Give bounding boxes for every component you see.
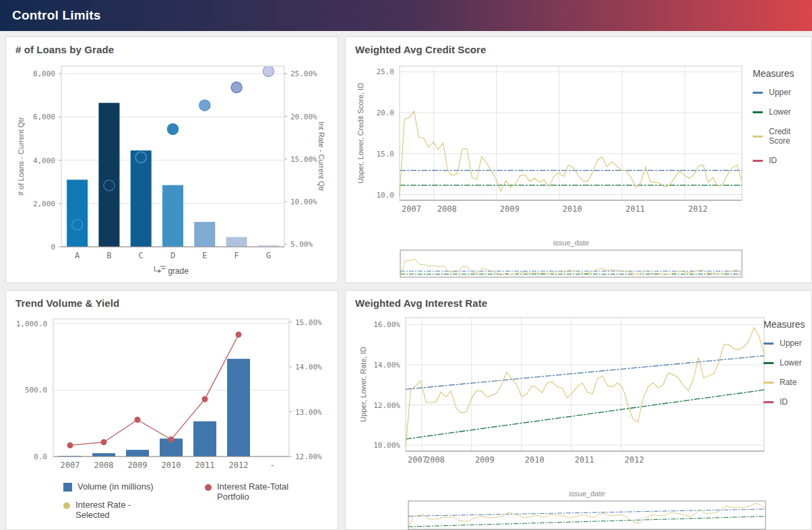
label: 13.00% bbox=[295, 408, 322, 417]
label: 2010 bbox=[162, 461, 181, 470]
legend-item-interest-rate-total[interactable]: Interest Rate-Total Portfolio bbox=[205, 482, 299, 502]
label: 12.00% bbox=[295, 452, 322, 461]
label: grade bbox=[168, 266, 189, 276]
legend-item-id[interactable]: ID bbox=[753, 156, 811, 165]
label: 16.00% bbox=[373, 320, 400, 329]
plot-border bbox=[400, 66, 742, 200]
label: 2011 bbox=[195, 461, 215, 470]
header-bar: Control Limits bbox=[0, 0, 812, 31]
line-point-2010[interactable] bbox=[168, 436, 175, 442]
legend-label: Lower bbox=[769, 107, 791, 117]
label: 0 bbox=[51, 243, 55, 252]
bar-2012[interactable] bbox=[227, 359, 250, 457]
label: 2009 bbox=[475, 455, 495, 465]
legend-label: Volume (in millions) bbox=[77, 482, 154, 492]
dot-grade-E[interactable] bbox=[199, 100, 210, 111]
line-point-2011[interactable] bbox=[202, 396, 208, 402]
legend-item-upper[interactable]: Upper bbox=[763, 338, 805, 348]
range-navigator[interactable] bbox=[400, 250, 742, 277]
series-rate-line bbox=[406, 328, 764, 446]
loans-by-grade-chart[interactable]: 02,0004,0006,0008,0005.00%10.00%15.00%20… bbox=[6, 37, 339, 284]
plot-border bbox=[53, 319, 289, 457]
panel-loans-by-grade: # of Loans by Grade 02,0004,0006,0008,00… bbox=[5, 36, 338, 283]
label: 2008 bbox=[437, 204, 457, 214]
label: A bbox=[75, 251, 80, 260]
line-point-2008[interactable] bbox=[101, 439, 107, 445]
bar-grade-B[interactable] bbox=[98, 103, 119, 247]
legend-label: Rate bbox=[780, 378, 797, 387]
bar-grade-D[interactable] bbox=[162, 185, 183, 247]
label: 4,000 bbox=[33, 156, 55, 165]
label: 2012 bbox=[688, 204, 708, 214]
bar-grade-E[interactable] bbox=[194, 222, 215, 247]
label: E bbox=[202, 251, 207, 260]
interest-rate-chart[interactable]: 10.00%12.00%14.00%16.00%2008200920102011… bbox=[346, 291, 812, 530]
line-point-2009[interactable] bbox=[135, 417, 141, 423]
line-point-2012[interactable] bbox=[236, 332, 242, 338]
legend-item-lower[interactable]: Lower bbox=[763, 358, 805, 367]
credit-score-chart[interactable]: 10.015.020.025.0200820092010201120122007… bbox=[346, 37, 812, 284]
label: issue_date bbox=[569, 490, 604, 498]
label: 2008 bbox=[425, 455, 445, 465]
id-swatch-icon bbox=[753, 160, 763, 162]
legend-measures-rate: Measures Upper Lower Rate ID bbox=[763, 319, 805, 417]
panel-interest-rate: Weighted Avg Interest Rate 10.00%12.00%1… bbox=[345, 290, 812, 530]
bar-2008[interactable] bbox=[92, 453, 115, 457]
label: Int Rate - Current Qtr bbox=[317, 121, 325, 192]
label: 14.00% bbox=[373, 361, 400, 370]
upper-swatch-icon bbox=[753, 92, 763, 94]
line-point-2007[interactable] bbox=[67, 442, 73, 448]
lower-swatch-icon bbox=[753, 111, 763, 113]
dot-grade-G[interactable] bbox=[263, 66, 274, 77]
label: 5.00% bbox=[290, 240, 313, 249]
legend-item-lower[interactable]: Lower bbox=[753, 107, 811, 117]
legend-label: Upper bbox=[769, 88, 791, 97]
series-lower-line bbox=[406, 390, 764, 439]
volume-swatch-icon bbox=[63, 483, 72, 492]
bar-2009[interactable] bbox=[126, 450, 149, 457]
drill-down-icon[interactable] bbox=[155, 266, 166, 273]
legend-item-upper[interactable]: Upper bbox=[753, 88, 811, 97]
legend-item-rate[interactable]: Rate bbox=[763, 378, 805, 387]
label: 500.0 bbox=[25, 386, 47, 394]
label: D bbox=[170, 251, 175, 260]
label: 2007 bbox=[402, 204, 421, 214]
label: 2008 bbox=[94, 461, 114, 470]
label: 25.0 bbox=[377, 67, 395, 76]
label: issue_date bbox=[553, 239, 589, 247]
legend-title: Measures bbox=[763, 319, 805, 330]
legend-title: Measures bbox=[753, 68, 811, 79]
legend-item-interest-rate-selected[interactable]: Interest Rate - Selected bbox=[63, 500, 144, 521]
label: 8,000 bbox=[33, 69, 55, 78]
label: 2009 bbox=[500, 204, 520, 214]
legend-label: Lower bbox=[780, 358, 802, 367]
credit-score-swatch-icon bbox=[753, 136, 763, 138]
legend-item-volume[interactable]: Volume (in millions) bbox=[63, 482, 195, 492]
label: 1,000.0 bbox=[16, 320, 47, 328]
label: 15.00% bbox=[290, 155, 317, 164]
label: 2010 bbox=[525, 455, 544, 465]
dot-grade-F[interactable] bbox=[231, 82, 242, 93]
label: 2,000 bbox=[33, 200, 55, 208]
label: Upper, Lower, Rate, ID bbox=[359, 347, 367, 421]
bar-grade-C[interactable] bbox=[131, 150, 152, 247]
label: 15.0 bbox=[377, 150, 395, 158]
label: 10.0 bbox=[377, 191, 395, 200]
label: B bbox=[106, 251, 111, 260]
legend-item-id[interactable]: ID bbox=[763, 397, 805, 407]
legend-label: Upper bbox=[780, 338, 802, 348]
bar-grade-F[interactable] bbox=[226, 237, 247, 247]
rate-swatch-icon bbox=[763, 382, 774, 384]
panel-credit-score: Weighted Avg Credit Score 10.015.020.025… bbox=[345, 36, 812, 283]
legend-label: Interest Rate - Selected bbox=[75, 500, 144, 521]
legend-item-credit-score[interactable]: Credit Score bbox=[753, 127, 811, 146]
label: 10.00% bbox=[373, 441, 400, 450]
legend-label: ID bbox=[769, 156, 777, 165]
dot-grade-D[interactable] bbox=[168, 124, 179, 135]
label: # of Loans - Current Qtr bbox=[17, 117, 25, 196]
label: 12.00% bbox=[373, 401, 400, 410]
label: 0.0 bbox=[34, 452, 47, 461]
bar-grade-A[interactable] bbox=[67, 180, 88, 247]
bar-2011[interactable] bbox=[193, 421, 216, 457]
label: 2010 bbox=[563, 204, 582, 214]
